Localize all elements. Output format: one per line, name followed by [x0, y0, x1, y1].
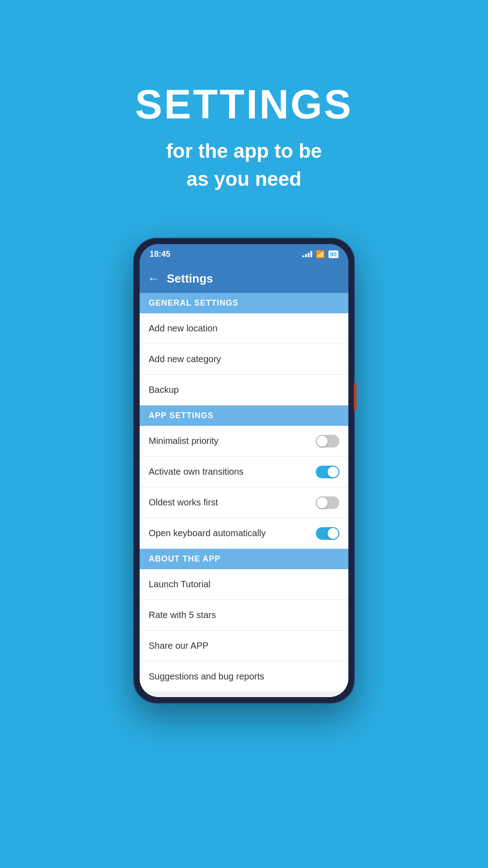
settings-item-oldest-works-first-label: Oldest works first	[149, 497, 218, 508]
settings-item-add-location[interactable]: Add new location	[140, 313, 348, 344]
settings-item-activate-transitions-label: Activate own transitions	[149, 467, 244, 477]
settings-item-launch-tutorial[interactable]: Launch Tutorial	[140, 569, 348, 600]
settings-item-suggestions[interactable]: Suggestions and bug reports	[140, 661, 348, 692]
wifi-icon: 📶	[316, 250, 325, 259]
status-time: 18:45	[150, 250, 170, 259]
phone-mockup: 18:45 📶 90 ← Settings	[133, 238, 355, 703]
page-title: SETTINGS	[135, 81, 353, 128]
settings-item-add-category-label: Add new category	[149, 354, 221, 364]
section-header-app-label: APP SETTINGS	[149, 411, 214, 420]
toggle-minimalist-priority[interactable]	[316, 435, 339, 448]
settings-item-launch-tutorial-label: Launch Tutorial	[149, 579, 211, 590]
settings-item-minimalist-priority-label: Minimalist priority	[149, 436, 218, 446]
header-section: SETTINGS for the app to be as you need	[135, 0, 353, 220]
toggle-thumb	[328, 467, 338, 477]
settings-item-open-keyboard[interactable]: Open keyboard automatically	[140, 518, 348, 549]
settings-item-rate-stars-label: Rate with 5 stars	[149, 610, 216, 620]
settings-item-add-location-label: Add new location	[149, 323, 217, 334]
app-bar-title: Settings	[167, 272, 213, 286]
settings-list: GENERAL SETTINGS Add new location Add ne…	[140, 293, 348, 697]
status-icons: 📶 90	[302, 250, 338, 259]
toggle-open-keyboard[interactable]	[316, 527, 339, 540]
app-bar: ← Settings	[140, 264, 348, 293]
phone-screen: 18:45 📶 90 ← Settings	[140, 244, 348, 697]
phone-frame: 18:45 📶 90 ← Settings	[133, 238, 355, 703]
settings-item-open-keyboard-label: Open keyboard automatically	[149, 528, 266, 538]
page-subtitle: for the app to be as you need	[166, 137, 322, 193]
back-button[interactable]: ←	[148, 272, 160, 286]
status-bar: 18:45 📶 90	[140, 244, 348, 264]
settings-item-rate-stars[interactable]: Rate with 5 stars	[140, 600, 348, 631]
settings-item-share-app[interactable]: Share our APP	[140, 631, 348, 661]
signal-icon	[302, 251, 312, 257]
section-header-app: APP SETTINGS	[140, 406, 348, 426]
toggle-oldest-works-first[interactable]	[316, 496, 339, 509]
section-header-general-label: GENERAL SETTINGS	[149, 298, 239, 307]
toggle-thumb	[317, 436, 328, 447]
section-header-about-label: ABOUT THE APP	[149, 554, 221, 563]
settings-item-minimalist-priority[interactable]: Minimalist priority	[140, 426, 348, 457]
settings-item-backup-label: Backup	[149, 385, 179, 395]
section-header-general: GENERAL SETTINGS	[140, 293, 348, 313]
settings-item-oldest-works-first[interactable]: Oldest works first	[140, 487, 348, 518]
settings-item-share-app-label: Share our APP	[149, 641, 208, 651]
battery-icon: 90	[328, 250, 338, 258]
settings-item-add-category[interactable]: Add new category	[140, 344, 348, 375]
toggle-thumb	[328, 528, 338, 539]
toggle-thumb	[317, 497, 328, 508]
toggle-activate-transitions[interactable]	[316, 466, 339, 478]
settings-item-activate-transitions[interactable]: Activate own transitions	[140, 457, 348, 487]
section-header-about: ABOUT THE APP	[140, 549, 348, 569]
settings-item-suggestions-label: Suggestions and bug reports	[149, 671, 264, 682]
settings-item-backup[interactable]: Backup	[140, 375, 348, 406]
